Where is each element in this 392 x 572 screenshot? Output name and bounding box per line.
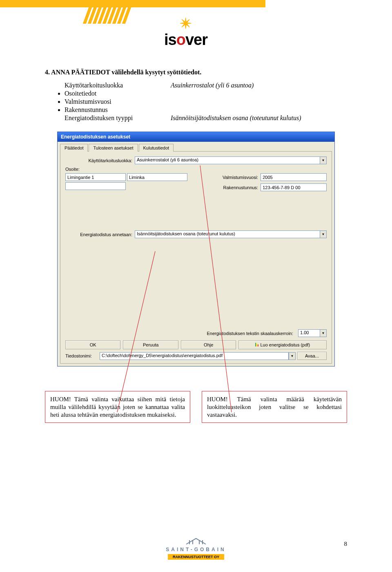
footer: SAINT-GOBAIN RAKENNUSTUOTTEET OY <box>0 536 392 560</box>
tab-output[interactable]: Tulosteen asetukset <box>89 144 138 152</box>
bullet-address: Osoitetiedot <box>65 90 338 97</box>
bullet-cert-type-example: Isännöitsijätodistuksen osana (toteutunu… <box>171 114 301 122</box>
ok-button[interactable]: OK <box>65 340 120 349</box>
tab-main[interactable]: Päätiedot <box>60 144 88 152</box>
year-label: Valmistumisvuosi: <box>212 175 261 180</box>
note-right: HUOM! Tämä valinta määrää käytettävän lu… <box>202 391 347 423</box>
buildcode-input[interactable] <box>261 183 327 191</box>
header-hatches <box>86 7 139 24</box>
section-heading: 4. ANNA PÄÄTIEDOT välilehdellä kysytyt s… <box>45 69 347 76</box>
address-line1-input[interactable] <box>65 173 126 181</box>
buildcode-label: Rakennustunnus: <box>212 185 261 190</box>
file-path-input[interactable]: C:\doftech\dofenergy_D5\energiatodistus\… <box>100 352 289 360</box>
isover-logo: ✴ isover <box>141 16 231 49</box>
energy-bars-icon <box>255 342 258 346</box>
settings-dialog: Energiatodistuksen asetukset Päätiedot T… <box>57 132 335 366</box>
bullet-cert-type: Energiatodistuksen tyyppi <box>65 114 171 122</box>
help-button[interactable]: Ohje <box>181 340 236 349</box>
address-line3-input[interactable] <box>65 182 126 190</box>
chevron-down-icon[interactable]: ▼ <box>320 156 327 164</box>
chevron-down-icon[interactable]: ▼ <box>320 329 327 337</box>
dialog-titlebar: Energiatodistuksen asetukset <box>58 132 334 142</box>
note-left: HUOM! Tämä valinta vaikuttaa siihen mitä… <box>45 391 190 423</box>
file-label: Tiedostonimi: <box>65 353 98 358</box>
cancel-button[interactable]: Peruuta <box>123 340 178 349</box>
purpose-label: Käyttötarkoitusluokka: <box>65 158 135 163</box>
input-fields-list: Käyttötarkoitusluokka Asuinkerrostalot (… <box>65 82 338 122</box>
year-input[interactable] <box>261 173 327 181</box>
scale-combo[interactable]: 1.00 <box>298 329 320 337</box>
create-pdf-button[interactable]: Luo energiatodistus (pdf) <box>238 340 327 349</box>
chevron-down-icon[interactable]: ▼ <box>320 230 327 238</box>
open-file-button[interactable]: Avaa... <box>297 352 327 360</box>
bullet-purpose: Käyttötarkoitusluokka <box>65 82 171 89</box>
footer-company: SAINT-GOBAIN <box>0 547 392 552</box>
address-line2-input[interactable] <box>127 173 187 181</box>
issue-combo[interactable]: Isännöitsijätodistuksen osana (toteutunu… <box>135 230 320 238</box>
saint-gobain-roof-icon <box>184 536 208 545</box>
tab-panel: Käyttötarkoitusluokka: Asuinkerrostalot … <box>60 151 332 364</box>
issue-label: Energiatodistus annetaan: <box>65 232 135 237</box>
footer-tagline: RAKENNUSTUOTTEET OY <box>168 554 224 560</box>
bullet-year: Valmistumisvuosi <box>65 98 338 105</box>
tab-consumption[interactable]: Kulutustiedot <box>139 144 174 152</box>
chevron-down-icon[interactable]: ▼ <box>289 352 296 360</box>
bullet-building-code: Rakennustunnus <box>65 106 338 114</box>
bullet-purpose-example: Asuinkerrostalot (yli 6 asuntoa) <box>171 82 254 89</box>
purpose-combo[interactable]: Asuinkerrostalot (yli 6 asuntoa) <box>135 156 320 164</box>
header-accent-bar <box>0 0 265 7</box>
scale-label: Energiatodistuksen tekstin skaalauskerro… <box>207 331 296 336</box>
address-label: Osoite: <box>65 167 203 172</box>
